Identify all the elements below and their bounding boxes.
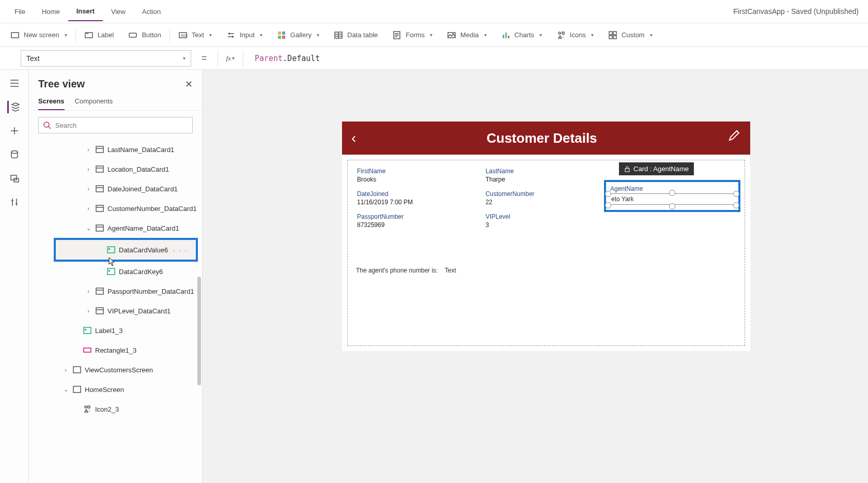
media-icon bbox=[447, 31, 456, 40]
resize-handle[interactable] bbox=[669, 190, 675, 196]
data-rail-icon[interactable] bbox=[8, 148, 21, 161]
forms-icon bbox=[392, 31, 401, 40]
svg-rect-7 bbox=[278, 36, 281, 39]
forms-dropdown[interactable]: Forms▾ bbox=[385, 27, 440, 43]
more-icon[interactable]: · · · bbox=[173, 246, 196, 254]
tree-node-label13[interactable]: Label1_3 bbox=[29, 321, 202, 340]
input-icon bbox=[226, 31, 236, 40]
add-rail-icon[interactable] bbox=[8, 125, 21, 137]
table-icon bbox=[334, 31, 343, 40]
charts-icon bbox=[501, 31, 510, 40]
menu-insert[interactable]: Insert bbox=[68, 2, 103, 21]
new-screen-button[interactable]: New screen▾ bbox=[3, 27, 74, 43]
custom-dropdown[interactable]: Custom▾ bbox=[601, 27, 660, 43]
menu-home[interactable]: Home bbox=[34, 3, 68, 21]
charts-dropdown[interactable]: Charts▾ bbox=[494, 27, 549, 43]
search-input[interactable]: Search bbox=[38, 117, 193, 133]
tree-node-lastname[interactable]: › LastName_DataCard1 bbox=[29, 140, 202, 159]
svg-rect-26 bbox=[96, 146, 103, 153]
tree-node-passport[interactable]: › PassportNumber_DataCard1 bbox=[29, 281, 202, 301]
treeview-rail-icon[interactable] bbox=[7, 101, 20, 113]
tab-components[interactable]: Components bbox=[75, 94, 113, 110]
tree-node-datacardvalue6-selected[interactable]: DataCardValue6 · · · bbox=[54, 238, 198, 262]
equals-sign: = bbox=[196, 53, 212, 64]
svg-point-15 bbox=[559, 32, 561, 34]
left-rail bbox=[0, 70, 29, 483]
label-button[interactable]: Label bbox=[77, 27, 121, 43]
tree-node-datejoined[interactable]: › DateJoined_DataCard1 bbox=[29, 179, 202, 199]
form-body: Card : AgentName AgentName eto Yark bbox=[347, 160, 745, 346]
tree-node-customernumber[interactable]: › CustomerNumber_DataCard1 bbox=[29, 199, 202, 218]
menu-view[interactable]: View bbox=[103, 3, 134, 21]
svg-rect-0 bbox=[11, 33, 19, 38]
search-placeholder: Search bbox=[55, 122, 76, 129]
svg-rect-37 bbox=[73, 367, 81, 373]
advanced-rail-icon[interactable] bbox=[8, 196, 21, 208]
input-dropdown[interactable]: Input▾ bbox=[219, 27, 270, 43]
fx-button[interactable]: fx ▾ bbox=[218, 50, 243, 67]
tree-node-homescreen[interactable]: ⌄ HomeScreen bbox=[29, 380, 202, 399]
card-badge: Card : AgentName bbox=[619, 162, 694, 175]
agent-value-input[interactable]: eto Yark bbox=[609, 193, 735, 205]
gallery-dropdown[interactable]: Gallery▾ bbox=[270, 27, 327, 43]
menu-bar: File Home Insert View Action FirstCanvas… bbox=[0, 0, 868, 23]
svg-rect-20 bbox=[609, 36, 612, 39]
svg-rect-38 bbox=[73, 386, 81, 393]
menu-file[interactable]: File bbox=[6, 3, 34, 21]
tree-body: › LastName_DataCard1 › Location_DataCard… bbox=[29, 140, 202, 483]
resize-handle[interactable] bbox=[733, 202, 739, 208]
tab-screens[interactable]: Screens bbox=[38, 94, 65, 110]
tree-view-panel: Tree view ✕ Screens Components Search › … bbox=[29, 70, 203, 483]
text-dropdown[interactable]: Abc Text▾ bbox=[171, 27, 219, 43]
tree-node-icon23[interactable]: + Icon2_3 bbox=[29, 399, 202, 419]
agentname-card-selected[interactable]: AgentName eto Yark bbox=[604, 180, 740, 212]
hamburger-icon[interactable] bbox=[8, 77, 21, 89]
tree-node-rect13[interactable]: Rectangle1_3 bbox=[29, 340, 202, 360]
tree-node-datacardkey6[interactable]: DataCardKey6 bbox=[29, 262, 202, 281]
media-rail-icon[interactable] bbox=[8, 172, 21, 185]
tree-node-viewcustomers[interactable]: › ViewCustomersScreen bbox=[29, 360, 202, 380]
property-dropdown[interactable]: Text ▾ bbox=[21, 50, 191, 67]
app-title: FirstCanvasApp - Saved (Unpublished) bbox=[733, 7, 862, 16]
tree-view-title: Tree view bbox=[38, 78, 85, 90]
svg-rect-36 bbox=[84, 348, 91, 352]
screen-title: Customer Details bbox=[356, 130, 727, 146]
svg-point-22 bbox=[11, 151, 18, 154]
lock-icon bbox=[624, 166, 630, 172]
tree-node-vip[interactable]: › VIPLevel_DataCard1 bbox=[29, 301, 202, 321]
tree-node-location[interactable]: › Location_DataCard1 bbox=[29, 159, 202, 179]
icons-dropdown[interactable]: + Icons▾ bbox=[549, 27, 601, 43]
svg-rect-18 bbox=[609, 32, 612, 35]
field-vip: VIPLevel 3 bbox=[485, 211, 608, 231]
svg-rect-40 bbox=[88, 406, 90, 408]
field-datejoined: DateJoined 11/16/2019 7:00 PM bbox=[356, 188, 479, 208]
svg-rect-34 bbox=[96, 308, 103, 314]
resize-handle[interactable] bbox=[733, 191, 739, 197]
screen-icon bbox=[10, 31, 20, 40]
resize-handle[interactable] bbox=[605, 202, 611, 208]
edit-icon[interactable] bbox=[727, 130, 741, 146]
datatable-button[interactable]: Data table bbox=[327, 27, 385, 43]
search-icon bbox=[43, 121, 51, 129]
back-icon[interactable]: ‹ bbox=[351, 130, 356, 146]
menu-action[interactable]: Action bbox=[134, 3, 169, 21]
svg-rect-42 bbox=[625, 169, 629, 172]
resize-handle[interactable] bbox=[605, 191, 611, 197]
svg-rect-28 bbox=[96, 186, 103, 192]
canvas-area[interactable]: ‹ Customer Details Card : AgentName Agen… bbox=[203, 70, 868, 483]
formula-input[interactable]: Parent.Default bbox=[249, 54, 320, 63]
tree-node-agentname[interactable]: ⌄ AgentName_DataCard1 bbox=[29, 218, 202, 238]
scrollbar-thumb[interactable] bbox=[197, 277, 201, 385]
resize-handle[interactable] bbox=[669, 203, 675, 209]
formula-bar: Text ▾ = fx ▾ Parent.Default bbox=[0, 47, 868, 70]
svg-rect-13 bbox=[505, 33, 507, 38]
svg-rect-5 bbox=[278, 32, 281, 35]
field-lastname: LastName Tharpe bbox=[485, 165, 608, 185]
media-dropdown[interactable]: Media▾ bbox=[440, 27, 493, 43]
button-button[interactable]: Button bbox=[121, 27, 168, 43]
svg-text:Abc: Abc bbox=[181, 33, 188, 38]
svg-point-25 bbox=[44, 122, 49, 127]
svg-rect-33 bbox=[96, 288, 103, 294]
close-icon[interactable]: ✕ bbox=[185, 79, 193, 90]
button-icon bbox=[128, 31, 137, 40]
